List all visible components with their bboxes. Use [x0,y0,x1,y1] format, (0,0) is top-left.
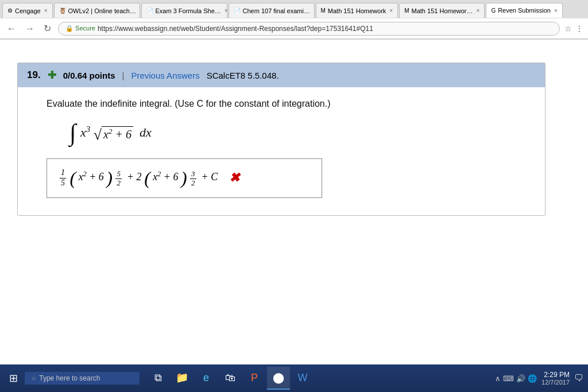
taskbar-search-text: Type here to search [39,374,100,382]
tab-close-cengage[interactable]: × [44,7,48,14]
network-icon[interactable]: 🌐 [528,374,537,383]
back-button[interactable]: ← [5,22,18,35]
extensions-icon[interactable]: ⋮ [575,24,583,33]
taskbar: ⊞ ○ Type here to search ⧉ 📁 e 🛍 P ⬤ W ∧ … [0,364,588,392]
browser-chrome: ⚙ Cengage × 🦉 OWLv2 | Online teach… × 📄 … [0,0,588,40]
left-paren-1: ( [70,168,76,188]
tab-close-math151b[interactable]: × [477,7,480,14]
taskbar-right: ∧ ⌨ 🔊 🌐 2:29 PM 12/7/2017 🗨 [495,371,583,386]
taskbar-app-file-explorer[interactable]: 📁 [171,367,194,390]
tab-label-chem107: Chem 107 final exami… [243,7,310,14]
tab-label-owlv2: OWLv2 | Online teach… [68,7,136,14]
taskbar-app-word[interactable]: W [291,367,314,390]
forward-button[interactable]: → [23,22,37,35]
toolbar-icons: ☆ ⋮ [564,24,583,33]
address-bar: ← → ↻ 🔒 Secure https://www.webassign.net… [0,18,588,39]
tab-close-math151a[interactable]: × [389,7,393,14]
clock-date: 12/7/2017 [541,379,570,386]
divider: | [122,71,125,80]
taskbar-app-cortana[interactable]: ⧉ [146,367,169,390]
taskbar-clock: 2:29 PM 12/7/2017 [541,371,570,386]
tab-favicon-owlv2: 🦉 [59,7,66,14]
tab-close-reven[interactable]: × [554,7,558,14]
taskbar-app-store[interactable]: 🛍 [219,367,242,390]
tab-favicon-math151b: M [404,7,409,14]
exp-denom-2b: 2 [190,179,196,187]
tab-chem107[interactable]: 📄 Chem 107 final exami… × [229,3,315,18]
tab-close-exam3[interactable]: × [225,7,227,14]
refresh-button[interactable]: ↻ [41,22,53,35]
tab-exam3[interactable]: 📄 Exam 3 Formula She… × [141,3,227,18]
tab-close-chem107[interactable]: × [314,7,315,14]
system-tray-icons: ∧ ⌨ 🔊 🌐 [495,374,537,383]
secure-icon: 🔒 Secure [65,25,95,32]
right-paren-1: ) [106,168,113,188]
tab-favicon-exam3: 📄 [146,7,153,14]
tab-favicon-math151a: M [321,7,326,14]
tab-owlv2[interactable]: 🦉 OWLv2 | Online teach… × [54,3,140,18]
fraction-one-fifth: 1 5 [60,168,66,188]
url-bar[interactable]: 🔒 Secure https://www.webassign.net/web/S… [58,22,560,36]
taskbar-app-powerpoint[interactable]: P [243,367,266,390]
taskbar-apps: ⧉ 📁 e 🛍 P ⬤ W [146,367,314,390]
answer-box: 1 5 ( x2 + 6 ) 5 2 + 2 ( x2 + 6 [47,158,322,198]
windows-start-button[interactable]: ⊞ [5,370,22,387]
integral-symbol: ∫ [69,119,76,146]
exp-denom-2: 2 [115,179,122,187]
tab-favicon-chem107: 📄 [234,7,241,14]
keyboard-icon[interactable]: ⌨ [503,374,514,383]
answer-expression: 1 5 ( x2 + 6 ) 5 2 + 2 ( x2 + 6 [59,168,218,188]
taskbar-app-chrome[interactable]: ⬤ [267,367,290,390]
sqrt-content: x2 + 6 [102,126,133,141]
integral-expression: ∫ x3 √ x2 + 6 dx [69,121,528,145]
taskbar-app-edge[interactable]: e [195,367,218,390]
tab-math151b[interactable]: M Math 151 Homewor… × [399,3,485,18]
previous-answers-link[interactable]: Previous Answers [131,71,199,80]
tab-cengage[interactable]: ⚙ Cengage × [2,3,53,18]
question-block: 19. ✚ 0/0.64 points | Previous Answers S… [17,63,546,216]
clock-time: 2:29 PM [541,371,570,379]
url-text: https://www.webassign.net/web/Student/As… [98,25,373,33]
tab-label-exam3: Exam 3 Formula She… [156,7,221,14]
exponent-5-2: 5 2 [115,170,122,187]
points-label: 0/0.64 points [63,71,115,80]
question-body: Evaluate the indefinite integral. (Use C… [18,87,545,215]
sqrt-expression: √ x2 + 6 [94,126,133,141]
tab-close-owlv2[interactable]: × [140,7,140,14]
bookmark-icon[interactable]: ☆ [564,24,572,33]
volume-icon[interactable]: 🔊 [516,374,525,383]
tab-label-reven: Reven Submission [498,7,551,14]
question-header: 19. ✚ 0/0.64 points | Previous Answers S… [18,63,545,87]
plus-icon: ✚ [48,69,56,81]
tab-reven[interactable]: G Reven Submission × [486,3,562,18]
tab-label-math151a: Math 151 Homework [328,7,386,14]
right-paren-2: ) [181,168,187,188]
question-text: Evaluate the indefinite integral. (Use C… [47,99,528,109]
question-number: 19. [27,69,41,81]
tab-favicon-cengage: ⚙ [7,7,13,14]
tab-label-cengage: Cengage [15,7,41,14]
exp-numer-3: 3 [190,170,196,178]
taskbar-search-box[interactable]: ○ Type here to search [25,372,140,385]
tab-label-math151b: Math 151 Homewor… [412,7,473,14]
exp-numer-5: 5 [115,170,122,178]
tab-favicon-reven: G [491,7,496,14]
denominator-5: 5 [60,178,66,188]
problem-code: SCalcET8 5.5.048. [207,71,279,80]
tab-bar: ⚙ Cengage × 🦉 OWLv2 | Online teach… × 📄 … [0,0,588,18]
chevron-up-icon[interactable]: ∧ [495,374,501,383]
exponent-3-2: 3 2 [190,170,196,187]
left-paren-2: ( [144,168,150,188]
integrand: x3 √ x2 + 6 dx [80,125,152,139]
tab-math151a[interactable]: M Math 151 Homework × [316,3,399,18]
wrong-answer-icon: ✖ [229,170,239,185]
notification-icon[interactable]: 🗨 [574,373,583,383]
page-content: 19. ✚ 0/0.64 points | Previous Answers S… [0,40,588,365]
taskbar-search-icon: ○ [32,374,36,382]
numerator-1: 1 [60,168,66,178]
